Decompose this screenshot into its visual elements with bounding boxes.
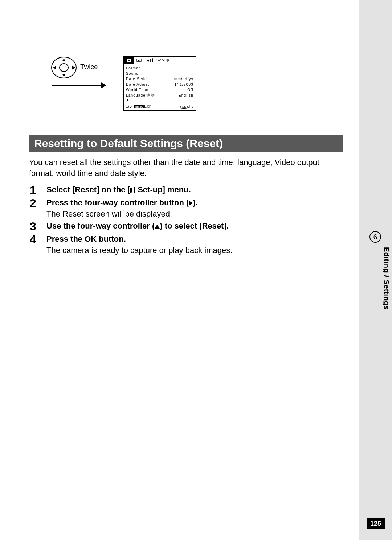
step-number: 2 bbox=[30, 197, 46, 219]
up-triangle-icon bbox=[155, 225, 160, 229]
steps-list: 1 Select [Reset] on the [ Set-up] menu. … bbox=[30, 183, 338, 256]
lcd-menu-body: Format Sound Date Stylemm/dd/yy Date Adj… bbox=[124, 64, 196, 103]
step-description: The Reset screen will be displayed. bbox=[46, 209, 338, 219]
figure-box: Twice ◀ Set-up Format Sound Date Stylemm… bbox=[29, 31, 343, 132]
menu-pill-icon: MENU bbox=[134, 105, 144, 108]
menu-item: Format bbox=[126, 65, 140, 71]
lcd-tabs: ◀ Set-up bbox=[124, 57, 196, 64]
menu-value: 1/ 1/2003 bbox=[174, 82, 193, 87]
step-4: 4 Press the OK button. The camera is rea… bbox=[30, 233, 338, 256]
scroll-down-icon: ▼ bbox=[126, 98, 193, 102]
menu-item: Sound bbox=[126, 71, 139, 76]
menu-value: English bbox=[179, 93, 193, 98]
section-heading: Resetting to Default Settings (Reset) bbox=[29, 135, 343, 152]
arrow-right-icon bbox=[52, 85, 106, 86]
step-2: 2 Press the four-way controller button (… bbox=[30, 197, 338, 219]
chapter-number-circle: 6 bbox=[369, 231, 381, 243]
menu-item: Language/言語 bbox=[126, 93, 155, 98]
menu-item: Date Adjust bbox=[126, 82, 149, 87]
camera-tab-icon bbox=[124, 57, 134, 64]
four-way-controller-icon bbox=[51, 57, 77, 78]
right-triangle-icon bbox=[189, 201, 193, 206]
menu-item: Date Style bbox=[126, 76, 147, 82]
menu-value: Off bbox=[187, 87, 193, 93]
menu-item: World Time bbox=[126, 87, 148, 93]
step-number: 4 bbox=[30, 233, 46, 256]
step-3: 3 Use the four-way controller () to sele… bbox=[30, 220, 338, 233]
page-number: 125 bbox=[367, 518, 385, 529]
step-title: Press the four-way controller button (). bbox=[46, 197, 338, 209]
twice-label: Twice bbox=[80, 63, 98, 71]
svg-point-1 bbox=[128, 60, 130, 61]
ok-pill-icon: OK bbox=[180, 105, 188, 109]
step-number: 3 bbox=[30, 220, 46, 233]
footer-left: 1/3 MENUExit bbox=[126, 104, 152, 109]
step-description: The camera is ready to capture or play b… bbox=[46, 245, 338, 256]
setup-tab-icon: ◀ bbox=[144, 57, 156, 64]
svg-rect-2 bbox=[128, 59, 129, 60]
lcd-footer: 1/3 MENUExit OKOK bbox=[124, 103, 196, 110]
setup-tab-label: Set-up bbox=[156, 57, 196, 64]
setup-tool-icon bbox=[130, 187, 135, 193]
step-title: Press the OK button. bbox=[46, 233, 338, 245]
step-1: 1 Select [Reset] on the [ Set-up] menu. bbox=[30, 184, 338, 196]
intro-paragraph: You can reset all the settings other tha… bbox=[29, 157, 338, 179]
step-title: Select [Reset] on the [ Set-up] menu. bbox=[46, 184, 338, 196]
playback-tab-icon bbox=[134, 57, 144, 64]
footer-right: OKOK bbox=[180, 104, 193, 109]
svg-marker-4 bbox=[138, 60, 140, 61]
controller-diagram bbox=[51, 57, 77, 78]
step-number: 1 bbox=[30, 184, 46, 196]
step-title: Use the four-way controller () to select… bbox=[46, 220, 338, 232]
lcd-screen: ◀ Set-up Format Sound Date Stylemm/dd/yy… bbox=[123, 56, 196, 111]
section-vertical-label: Editing / Settings bbox=[360, 247, 391, 310]
menu-value: mm/dd/yy bbox=[174, 76, 193, 82]
page: 6 Editing / Settings 125 Twice bbox=[0, 0, 392, 540]
side-gutter: 6 Editing / Settings 125 bbox=[359, 0, 392, 540]
